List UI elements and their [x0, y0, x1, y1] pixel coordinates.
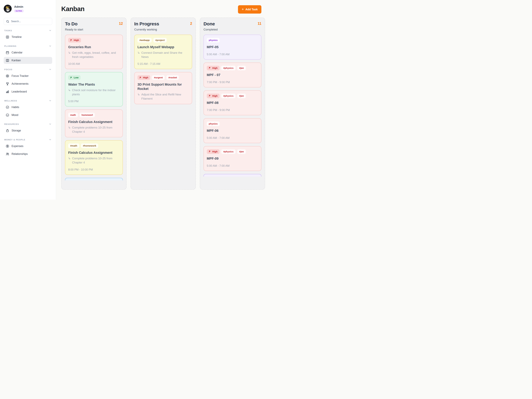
- add-task-label: Add Task: [245, 8, 258, 11]
- task-card-launch-myself-webapp[interactable]: #webapp#projectLaunch Myself Webapp↳Conn…: [134, 35, 192, 69]
- smile-icon: [6, 113, 9, 117]
- column-header: In Progress2: [134, 21, 192, 26]
- column-count: 11: [258, 22, 261, 26]
- card-time: 5:15 AM - 7:15 AM: [138, 62, 189, 66]
- sidebar-item-label: Storage: [12, 129, 21, 132]
- sidebar-item-mood[interactable]: Mood: [4, 112, 52, 119]
- sidebar-item-expenses[interactable]: Expenses: [4, 143, 52, 150]
- nav-section-header-resources[interactable]: RESOURCES: [4, 123, 52, 126]
- card-description: ↳Check soil moisture for the indoor plan…: [68, 88, 120, 96]
- sidebar-item-kanban[interactable]: Kanban: [4, 57, 52, 64]
- kanban-column-done: Done11CompletedphysicsMPF-055:00 AM - 7:…: [200, 18, 265, 190]
- card-description: ↳Complete problems 10-25 from Chapter 4: [68, 156, 120, 165]
- card-list: #webapp#projectLaunch Myself Webapp↳Conn…: [134, 35, 192, 186]
- sidebar-item-calendar[interactable]: Calendar: [4, 49, 52, 56]
- card-title: 3D Print Support Mounts for Rocket: [138, 82, 189, 91]
- nav-section-header-tasks[interactable]: TASKS: [4, 29, 52, 32]
- priority-badge: Low: [68, 75, 81, 80]
- task-card-mpf-09[interactable]: High#physics#jeeMPF-095:00 AM - 7:00 AM: [203, 146, 261, 171]
- column-title: In Progress: [134, 21, 159, 26]
- user-profile[interactable]: Admin ULTRA: [4, 5, 52, 13]
- plus-icon: +: [242, 7, 244, 11]
- card-description-text: Complete problems 10-25 from Chapter 4: [72, 126, 120, 134]
- tag-pill: #physics: [221, 94, 235, 98]
- priority-badge: High: [138, 75, 150, 80]
- sidebar-item-label: Mood: [12, 114, 18, 117]
- nav-section: FOCUSFocus TrackerAchievementsLeaderboar…: [4, 68, 52, 95]
- card-description-text: Get milk, eggs, bread, coffee, and fresh…: [72, 51, 120, 59]
- tag-pill: #homework: [81, 144, 98, 148]
- pill-row: physics: [207, 38, 258, 43]
- priority-badge: High: [207, 149, 220, 154]
- sidebar-item-label: Calendar: [12, 51, 22, 54]
- pill-row: High#physics#jee: [207, 94, 258, 98]
- task-card-finish-calculus-assignment[interactable]: #math#homeworkFinish Calculus Assignment…: [65, 140, 123, 175]
- users-icon: [6, 152, 9, 156]
- search-input[interactable]: [11, 20, 50, 23]
- sidebar-item-habits[interactable]: Habits: [4, 104, 52, 111]
- sidebar-item-relationships[interactable]: Relationships: [4, 151, 52, 158]
- task-card-water-the-plants[interactable]: LowWater The Plants↳Check soil moisture …: [65, 72, 123, 107]
- sidebar-item-label: Kanban: [12, 59, 21, 62]
- nav-section: TASKSTimeline: [4, 29, 52, 40]
- task-card-groceries-run[interactable]: HighGroceries Run↳Get milk, eggs, bread,…: [65, 35, 123, 69]
- task-card-mpf-07[interactable]: High#physics#jeeMPF - 077:00 PM - 9:00 P…: [203, 63, 261, 88]
- tag-pill: #jee: [237, 94, 246, 98]
- sidebar-item-achievements[interactable]: Achievements: [4, 80, 52, 87]
- main-panel: Kanban + Add Task To Do12Ready to startH…: [56, 0, 266, 200]
- sidebar-item-timeline[interactable]: Timeline: [4, 34, 52, 40]
- archive-icon: [6, 129, 9, 132]
- sidebar-item-focus-tracker[interactable]: Focus Tracker: [4, 72, 52, 79]
- sidebar-item-label: Timeline: [12, 35, 22, 39]
- card-title: Finish Calculus Assignment: [68, 120, 120, 124]
- task-card-mpf-06[interactable]: physicsMPF-065:00 AM - 7:00 AM: [203, 118, 261, 143]
- subtask-arrow-icon: ↳: [138, 51, 140, 59]
- subtask-arrow-icon: ↳: [68, 51, 71, 59]
- priority-badge: High: [207, 94, 220, 98]
- task-card-mpf-08[interactable]: High#physics#jeeMPF-087:00 PM - 9:00 PM: [203, 90, 261, 115]
- add-task-button[interactable]: + Add Task: [238, 5, 261, 13]
- nav-section: MONEY & PEOPLEExpensesRelationships: [4, 138, 52, 158]
- target-icon: [6, 74, 9, 78]
- nav-section-header-planning[interactable]: PLANNING: [4, 45, 52, 47]
- nav-section-label: TASKS: [4, 29, 12, 32]
- columns-icon: [6, 35, 9, 39]
- card-title: MPF-06: [207, 129, 258, 133]
- sidebar-item-label: Focus Tracker: [12, 74, 29, 78]
- pill-row: mathhomeworl: [68, 113, 120, 117]
- sidebar-item-leaderboard[interactable]: Leaderboard: [4, 88, 52, 95]
- flag-icon: [209, 67, 211, 69]
- flag-icon: [139, 76, 142, 79]
- nav-section-header-money-people[interactable]: MONEY & PEOPLE: [4, 138, 52, 141]
- nav-section-header-focus[interactable]: FOCUS: [4, 68, 52, 71]
- task-card-3d-print-support-mounts-for-rocket[interactable]: High#urgent#rocket3D Print Support Mount…: [134, 72, 192, 104]
- card-description: ↳Complete problems 10-25 from Chapter 4: [68, 126, 120, 134]
- pill-row: physics: [207, 121, 258, 126]
- card-description-text: Complete problems 10-25 from Chapter 4: [72, 156, 120, 165]
- priority-label: High: [212, 67, 217, 70]
- chevron-down-icon: [49, 99, 51, 102]
- task-card-finish-calculus-assignment[interactable]: mathhomeworlFinish Calculus Assignment↳C…: [65, 109, 123, 137]
- clipped-card-peek[interactable]: [203, 174, 261, 177]
- card-time: 5:00 AM - 7:00 AM: [207, 53, 258, 56]
- nav-section-label: FOCUS: [4, 68, 13, 71]
- column-subtitle: Currently working: [134, 28, 192, 31]
- priority-badge: High: [207, 66, 220, 70]
- trophy-icon: [6, 82, 9, 86]
- tag-pill: #physics: [221, 149, 235, 154]
- tag-pill: #math: [68, 144, 79, 148]
- nav-section-label: RESOURCES: [4, 123, 19, 125]
- subtask-arrow-icon: ↳: [68, 156, 71, 165]
- card-time: 7:00 PM - 9:00 PM: [207, 108, 258, 112]
- nav-section: PLANNINGCalendarKanban: [4, 45, 52, 64]
- sidebar-item-storage[interactable]: Storage: [4, 127, 52, 134]
- sidebar-item-label: Habits: [12, 106, 19, 109]
- kanban-board: To Do12Ready to startHighGroceries Run↳G…: [61, 18, 265, 190]
- card-title: Groceries Run: [68, 45, 120, 49]
- nav-section-header-wellness[interactable]: WELLNESS: [4, 99, 52, 102]
- search-box[interactable]: [4, 18, 52, 25]
- clipped-card-peek[interactable]: [65, 178, 123, 180]
- task-card-mpf-05[interactable]: physicsMPF-055:00 AM - 7:00 AM: [203, 35, 261, 60]
- chevron-down-icon: [49, 138, 51, 141]
- card-title: Water The Plants: [68, 82, 120, 87]
